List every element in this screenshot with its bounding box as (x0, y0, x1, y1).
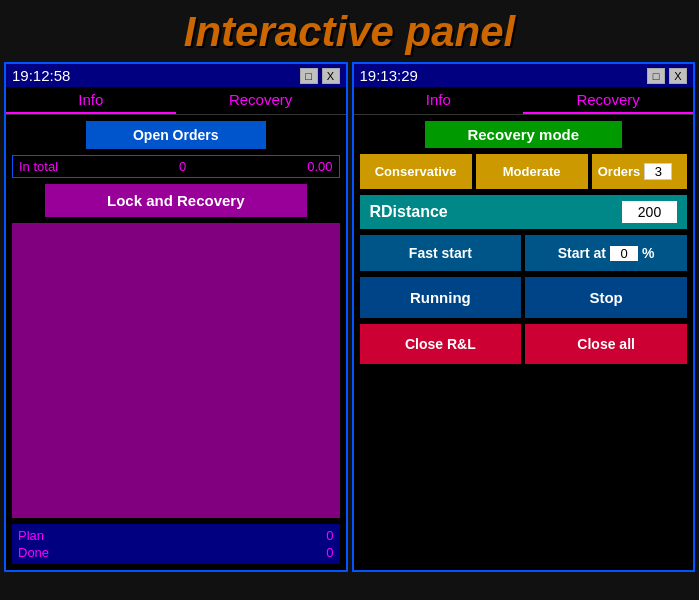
purple-area (12, 223, 340, 518)
done-label: Done (18, 545, 49, 560)
done-value: 0 (326, 545, 333, 560)
orders-button[interactable]: Orders (592, 154, 687, 189)
start-at-input[interactable] (610, 246, 638, 261)
page-title: Interactive panel (0, 0, 699, 62)
rdistance-row: RDistance (360, 195, 688, 229)
panels-row: 19:12:58 □ X Info Recovery Open Orders I… (0, 62, 699, 572)
right-minimize-button[interactable]: □ (647, 68, 665, 84)
fast-start-button[interactable]: Fast start (360, 235, 522, 271)
right-close-button[interactable]: X (669, 68, 687, 84)
in-total-row: In total 0 0.00 (12, 155, 340, 178)
right-panel: 19:13:29 □ X Info Recovery Recovery mode… (352, 62, 696, 572)
left-tab-info[interactable]: Info (6, 87, 176, 114)
conservative-button[interactable]: Conservative (360, 154, 472, 189)
left-minimize-button[interactable]: □ (300, 68, 318, 84)
right-tab-info[interactable]: Info (354, 87, 524, 114)
right-tab-recovery[interactable]: Recovery (523, 87, 693, 114)
running-button[interactable]: Running (360, 277, 522, 318)
left-panel-time: 19:12:58 (12, 67, 70, 84)
plan-label: Plan (18, 528, 44, 543)
left-close-button[interactable]: X (322, 68, 340, 84)
close-all-button[interactable]: Close all (525, 324, 687, 364)
in-total-count: 0 (179, 159, 186, 174)
open-orders-button[interactable]: Open Orders (86, 121, 266, 149)
done-row: Done 0 (18, 545, 334, 560)
lock-and-recovery-button[interactable]: Lock and Recovery (45, 184, 307, 217)
rdistance-input[interactable] (622, 201, 677, 223)
close-row: Close R&L Close all (360, 324, 688, 364)
in-total-label: In total (19, 159, 58, 174)
fast-start-row: Fast start Start at % (360, 235, 688, 271)
rdistance-label: RDistance (370, 203, 619, 221)
left-win-buttons: □ X (300, 68, 340, 84)
left-tab-recovery[interactable]: Recovery (176, 87, 346, 114)
left-panel-content: Open Orders In total 0 0.00 Lock and Rec… (6, 115, 346, 570)
orders-label: Orders (598, 164, 641, 179)
orders-input[interactable] (644, 163, 672, 180)
close-rl-button[interactable]: Close R&L (360, 324, 522, 364)
percent-label: % (642, 245, 654, 261)
plan-row: Plan 0 (18, 528, 334, 543)
right-win-buttons: □ X (647, 68, 687, 84)
start-at-button[interactable]: Start at % (525, 235, 687, 271)
in-total-value: 0.00 (307, 159, 332, 174)
right-panel-tabs: Info Recovery (354, 87, 694, 115)
plan-done-area: Plan 0 Done 0 (12, 524, 340, 564)
left-panel-tabs: Info Recovery (6, 87, 346, 115)
recovery-mode-badge[interactable]: Recovery mode (425, 121, 622, 148)
mode-row: Conservative Moderate Orders (360, 154, 688, 189)
left-panel: 19:12:58 □ X Info Recovery Open Orders I… (4, 62, 348, 572)
plan-value: 0 (326, 528, 333, 543)
stop-button[interactable]: Stop (525, 277, 687, 318)
running-stop-row: Running Stop (360, 277, 688, 318)
right-panel-header: 19:13:29 □ X (354, 64, 694, 87)
right-panel-time: 19:13:29 (360, 67, 418, 84)
right-panel-content: Recovery mode Conservative Moderate Orde… (354, 115, 694, 570)
left-panel-header: 19:12:58 □ X (6, 64, 346, 87)
moderate-button[interactable]: Moderate (476, 154, 588, 189)
start-at-label: Start at (558, 245, 606, 261)
